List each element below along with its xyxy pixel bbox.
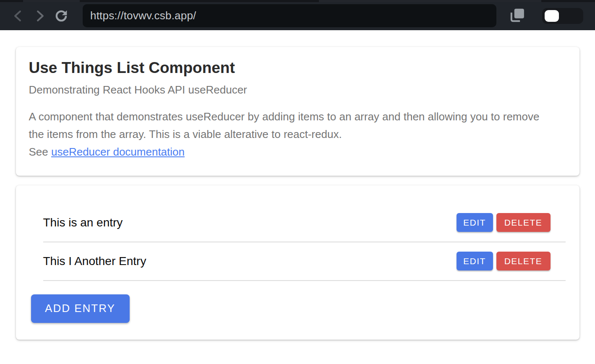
entry-actions: EDIT DELETE — [457, 213, 551, 232]
edit-button[interactable]: EDIT — [457, 252, 493, 270]
forward-button[interactable] — [32, 8, 49, 24]
tab-strip-segment — [319, 0, 541, 2]
entry-label: This is an entry — [43, 216, 123, 229]
list-card: This is an entry EDIT DELETE This I Anot… — [16, 185, 579, 340]
header-card: Use Things List Component Demonstrating … — [16, 47, 579, 176]
toggle-knob — [545, 10, 559, 22]
description-text: A component that demonstrates useReducer… — [29, 108, 553, 143]
tab-strip — [0, 0, 595, 2]
tab-strip-segment — [23, 0, 80, 2]
reload-button[interactable] — [53, 8, 70, 24]
back-button[interactable] — [9, 8, 26, 24]
delete-button[interactable]: DELETE — [496, 252, 551, 270]
copy-icon — [508, 7, 526, 25]
browser-chrome: https://tovwv.csb.app/ — [0, 0, 595, 30]
list-item: This I Another Entry EDIT DELETE — [43, 242, 566, 281]
delete-button[interactable]: DELETE — [496, 213, 551, 232]
page-subtitle: Demonstrating React Hooks API useReducer — [29, 83, 566, 97]
entry-label: This I Another Entry — [43, 255, 146, 268]
list-item: This is an entry EDIT DELETE — [43, 204, 566, 242]
chevron-right-icon — [35, 10, 46, 22]
toggle-switch[interactable] — [542, 8, 583, 24]
add-entry-button[interactable]: ADD ENTRY — [31, 294, 130, 323]
entry-actions: EDIT DELETE — [457, 252, 551, 270]
chevron-left-icon — [12, 10, 23, 22]
refresh-icon — [53, 8, 70, 24]
see-prefix: See — [29, 146, 52, 158]
see-line: See useReducer documentation — [29, 143, 566, 161]
url-bar[interactable]: https://tovwv.csb.app/ — [83, 4, 496, 27]
page-content: Use Things List Component Demonstrating … — [0, 30, 595, 340]
page-title: Use Things List Component — [29, 59, 566, 77]
usereducer-docs-link[interactable]: useReducer documentation — [51, 146, 185, 158]
url-text: https://tovwv.csb.app/ — [90, 9, 196, 22]
copy-url-button[interactable] — [506, 6, 528, 26]
edit-button[interactable]: EDIT — [457, 213, 493, 232]
